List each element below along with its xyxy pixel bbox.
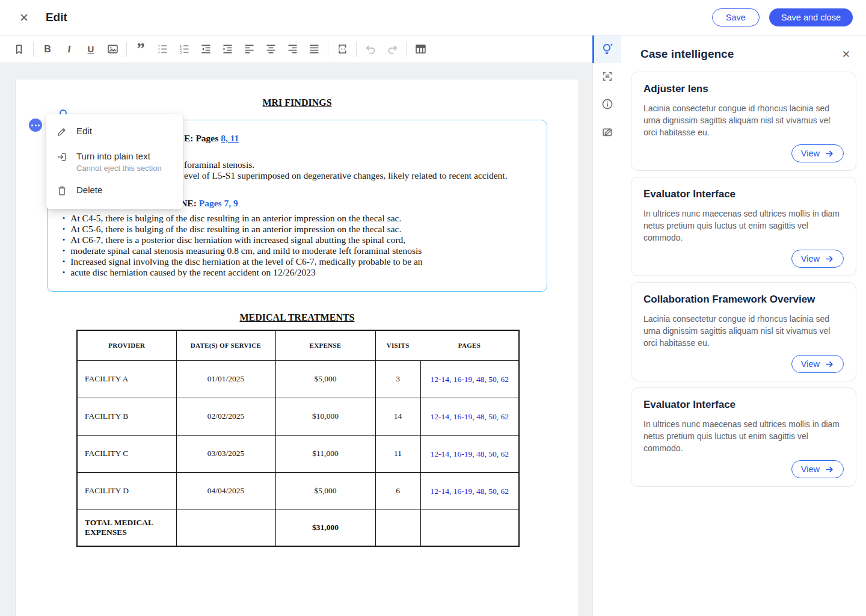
cell-empty [176,510,275,546]
cell-empty [420,510,519,546]
cell-date: 02/02/2025 [176,398,275,435]
table-total-row: TOTAL MEDICAL EXPENSES $31,000 [77,510,519,546]
save-button[interactable]: Save [712,8,760,26]
toolbar-divider [328,42,328,57]
arrow-right-icon [825,465,834,474]
page-link-7-9[interactable]: Pages 7, 9 [199,198,238,208]
redo-icon[interactable] [381,39,403,60]
cell-expense: $5,000 [275,472,375,510]
view-button[interactable]: View [791,144,844,162]
card-title: Evaluator Interface [643,399,844,411]
cell-pages-links[interactable]: 12-14, 16-19, 48, 50, 62 [420,398,519,435]
cell-provider: FACILITY D [77,472,176,510]
arrow-right-icon [825,254,834,263]
cell-pages-links[interactable]: 12-14, 16-19, 48, 50, 62 [420,360,519,398]
card-body: In ultrices nunc maecenas sed ultrices m… [643,208,844,244]
menu-item-edit[interactable]: Edit [46,120,183,145]
card-title: Adjuster lens [643,83,844,95]
info-icon [601,97,614,112]
bulleted-list-icon[interactable] [152,39,173,60]
cell-provider: FACILITY A [77,360,176,398]
sign-export-icon [601,125,614,140]
table-row: FACILITY D 04/04/2025 $5,000 6 12-14, 16… [77,472,519,510]
save-and-close-button[interactable]: Save and close [769,8,853,26]
bookmark-icon[interactable] [8,39,30,60]
outdent-icon[interactable] [195,39,216,60]
view-button[interactable]: View [791,460,844,478]
rail-item-info[interactable] [593,91,621,119]
cell-date: 04/04/2025 [176,472,275,510]
page-link-8-11[interactable]: 8, 11 [221,133,239,143]
lightbulb-sparkle-icon [600,42,615,58]
menu-item-turn-into-plain-text[interactable]: Turn into plain text Cannot eject this s… [46,145,183,179]
rail-item-sign-export[interactable] [593,119,621,146]
insert-table-icon[interactable] [410,39,431,60]
cell-provider: FACILITY B [77,398,176,435]
lumbar-line-fragment: E: Pages 8, 11 [184,133,239,144]
toolbar-divider [126,42,127,57]
list-item: acute disc herniation caused by the rece… [63,267,423,278]
close-editor-button[interactable]: ✕ [19,12,29,23]
toolbar-divider [33,42,34,57]
cell-visits: 3 [375,360,420,398]
rail-item-case-intelligence[interactable] [593,35,621,63]
italic-icon[interactable]: I [58,39,80,60]
justify-icon[interactable] [303,39,325,60]
cell-total-label: TOTAL MEDICAL EXPENSES [77,510,176,546]
align-right-icon[interactable] [281,39,303,60]
svg-text:3: 3 [179,51,181,54]
card-title: Evaluator Interface [643,188,844,200]
column-header-expense: EXPENSE [275,330,375,360]
text-fragment-2: evel of L5-S1 superimposed on degenerati… [184,170,508,181]
undo-icon[interactable] [360,39,381,60]
cell-expense: $5,000 [275,360,375,398]
cell-date: 03/03/2025 [176,435,275,472]
top-bar: ✕ Edit Save Save and close [0,0,866,35]
table-row: FACILITY C 03/03/2025 $11,000 11 12-14, … [77,435,519,472]
view-button[interactable]: View [791,355,844,373]
align-center-icon[interactable] [260,39,281,60]
right-icon-rail [592,35,621,616]
page-break-icon[interactable] [331,39,353,60]
trash-icon [56,185,68,199]
page-title: Edit [46,11,67,24]
cell-pages-links[interactable]: 12-14, 16-19, 48, 50, 62 [420,472,519,510]
table-header-row: PROVIDER DATE(S) OF SERVICE EXPENSE VISI… [77,330,519,360]
arrow-right-icon [825,149,834,158]
insight-cards: Adjuster lens Lacinia consectetur congue… [621,61,866,487]
numbered-list-icon[interactable]: 123 [173,39,195,60]
column-header-visits: VISITS [375,330,420,360]
insight-card-adjuster-lens: Adjuster lens Lacinia consectetur congue… [631,72,856,171]
cell-visits: 14 [375,398,420,435]
indent-icon[interactable] [216,39,238,60]
cell-visits: 11 [375,435,420,472]
toolbar-divider [356,42,357,57]
cervical-findings-list: At C4-5, there is bulging of the disc re… [63,213,423,278]
card-body: Lacinia consectetur congue id rhoncus la… [643,102,844,138]
card-body: Lacinia consectetur congue id rhoncus la… [643,313,844,349]
align-left-icon[interactable] [238,39,260,60]
menu-item-sublabel: Cannot eject this section [76,163,162,173]
view-button[interactable]: View [791,250,844,268]
underline-icon[interactable]: U [80,39,102,60]
list-item: At C4-5, there is bulging of the disc re… [63,213,423,224]
table-row: FACILITY B 02/02/2025 $10,000 14 12-14, … [77,398,519,435]
list-item: At C5-6, there is bulging of the disc re… [63,224,423,235]
blockquote-icon[interactable]: ” [130,39,152,60]
document-heading-medical-treatments: MEDICAL TREATMENTS [16,312,579,323]
menu-item-delete[interactable]: Delete [46,179,183,204]
section-options-button[interactable] [29,119,42,132]
insight-card-evaluator-interface-2: Evaluator Interface In ultrices nunc mae… [631,387,856,487]
frame-lines-icon [601,70,614,85]
eject-section-icon [56,151,68,165]
rail-item-sections[interactable] [593,63,621,91]
insight-card-collaboration-framework: Collaboration Framework Overview Lacinia… [631,282,856,381]
list-item: Increased signal involving the disc hern… [63,256,423,267]
text-fragment-1: foraminal stenosis. [184,159,254,170]
insert-image-icon[interactable] [102,39,123,60]
list-item: At C6-7, there is a posterior disc herni… [63,235,423,245]
bold-icon[interactable]: B [37,39,58,60]
panel-close-icon[interactable]: ✕ [842,49,850,60]
column-header-provider: PROVIDER [77,330,176,360]
cell-pages-links[interactable]: 12-14, 16-19, 48, 50, 62 [420,435,519,472]
